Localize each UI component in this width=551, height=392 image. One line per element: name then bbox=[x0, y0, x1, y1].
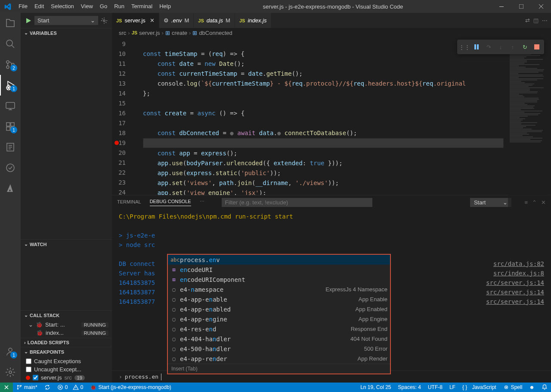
autocomplete-item[interactable]: ▢e4-404-handler404 Not Found bbox=[168, 334, 390, 344]
feedback-icon[interactable]: ☻ bbox=[526, 383, 538, 392]
autocomplete-item[interactable]: ▢e4-app-renderApp Render bbox=[168, 354, 390, 364]
menu-view[interactable]: View bbox=[77, 0, 96, 13]
tab-index-js[interactable]: JSindex.js bbox=[235, 13, 272, 28]
git-sync[interactable] bbox=[41, 383, 54, 392]
callstack-session[interactable]: ⌄🐞Start: ...RUNNING bbox=[21, 321, 112, 329]
pause-button[interactable] bbox=[471, 41, 482, 52]
remote-indicator[interactable] bbox=[0, 383, 13, 392]
activity-azure[interactable] bbox=[0, 178, 21, 199]
watch-header[interactable]: ⌄WATCH bbox=[21, 240, 112, 249]
menu-file[interactable]: File bbox=[15, 0, 31, 13]
restart-button[interactable]: ↻ bbox=[519, 41, 530, 52]
minimap[interactable] bbox=[508, 37, 551, 218]
more-icon[interactable]: ⋯ bbox=[542, 17, 548, 24]
menubar: File Edit Selection View Go Run Terminal… bbox=[15, 0, 174, 13]
symbol-icon: ⊞ bbox=[192, 30, 197, 36]
source-link[interactable]: src/server.js:14 bbox=[486, 287, 544, 297]
titlebar: File Edit Selection View Go Run Terminal… bbox=[0, 0, 551, 13]
drag-handle-icon[interactable]: ⋮⋮ bbox=[459, 41, 470, 52]
menu-go[interactable]: Go bbox=[96, 0, 111, 13]
step-out-button[interactable]: ↑ bbox=[507, 41, 518, 52]
autocomplete-item[interactable]: ⊞encodeURIComponent bbox=[168, 275, 390, 284]
code-editor[interactable]: 91011121314151617181920212223242526 cons… bbox=[112, 37, 551, 195]
maximize-button[interactable] bbox=[511, 0, 531, 13]
encoding[interactable]: UTF-8 bbox=[424, 383, 446, 392]
autocomplete-item[interactable]: ▢e4-app-enableApp Enable bbox=[168, 294, 390, 304]
problems[interactable]: 0 0 bbox=[54, 383, 87, 392]
source-link[interactable]: src/index.js:8 bbox=[493, 269, 544, 278]
app-logo bbox=[0, 3, 15, 10]
menu-edit[interactable]: Edit bbox=[31, 0, 47, 13]
activity-account[interactable]: 1 bbox=[0, 341, 21, 362]
activity-references[interactable] bbox=[0, 137, 21, 157]
stop-button[interactable] bbox=[531, 41, 542, 52]
breakpoints-header[interactable]: ⌄BREAKPOINTS bbox=[21, 347, 112, 356]
svg-rect-9 bbox=[11, 123, 14, 126]
source-link[interactable]: src/data.js:82 bbox=[493, 259, 544, 269]
loaded-scripts-header[interactable]: ›LOADED SCRIPTS bbox=[21, 338, 112, 347]
cursor-position[interactable]: Ln 19, Col 25 bbox=[357, 383, 394, 392]
activity-scm[interactable]: 2 bbox=[0, 54, 21, 75]
debug-filter-input[interactable] bbox=[222, 198, 372, 207]
panel-more-icon[interactable]: ⋯ bbox=[200, 199, 204, 206]
compare-icon[interactable]: ⇄ bbox=[525, 17, 530, 24]
autocomplete-item[interactable]: ▢e4-app-enabledApp Enabled bbox=[168, 304, 390, 314]
variables-header[interactable]: ⌄VARIABLES bbox=[21, 28, 112, 37]
callstack-header[interactable]: ⌄CALL STACK bbox=[21, 311, 112, 320]
activity-extensions[interactable]: 1 bbox=[0, 116, 21, 137]
bp-checkbox[interactable] bbox=[26, 367, 31, 372]
breakpoint-uncaught-exceptions[interactable]: Uncaught Except... bbox=[21, 365, 112, 373]
source-link[interactable]: src/server.js:14 bbox=[486, 297, 544, 306]
autocomplete-item[interactable]: ▢e4-namespaceExpressJs 4 Namespace bbox=[168, 284, 390, 294]
menu-run[interactable]: Run bbox=[111, 0, 128, 13]
git-branch[interactable]: main* bbox=[13, 383, 41, 392]
activity-debug[interactable]: 1 bbox=[0, 75, 21, 96]
tab-env[interactable]: ⚙.envM bbox=[159, 13, 194, 28]
svg-point-2 bbox=[6, 40, 12, 46]
js-icon: JS bbox=[116, 18, 122, 23]
activity-settings[interactable] bbox=[0, 362, 21, 383]
start-debug-button[interactable] bbox=[25, 17, 32, 24]
autocomplete-item[interactable]: abcprocess.env bbox=[168, 255, 390, 265]
tab-data-js[interactable]: JSdata.jsM bbox=[194, 13, 235, 28]
debug-session-select[interactable]: Start⌄ bbox=[470, 198, 511, 207]
split-icon[interactable]: ◫ bbox=[533, 17, 539, 24]
activity-remote[interactable] bbox=[0, 96, 21, 116]
indentation[interactable]: Spaces: 4 bbox=[395, 383, 424, 392]
menu-help[interactable]: Help bbox=[156, 0, 174, 13]
bp-checkbox[interactable] bbox=[33, 375, 38, 380]
bp-checkbox[interactable] bbox=[26, 358, 31, 364]
autocomplete-item[interactable]: ▢e4-500-handler500 Error bbox=[168, 344, 390, 354]
breadcrumbs[interactable]: src› JSserver.js› ⊞create› ⊞dbConnected bbox=[112, 28, 551, 37]
breakpoint-file[interactable]: server.jssrc19 bbox=[21, 373, 112, 382]
minimize-button[interactable] bbox=[492, 0, 511, 13]
activity-test[interactable] bbox=[0, 157, 21, 178]
notifications-icon[interactable] bbox=[538, 383, 551, 392]
language-mode[interactable]: { } JavaScript bbox=[459, 383, 500, 392]
autocomplete-item[interactable]: ▢e4-res-endResponse End bbox=[168, 324, 390, 334]
autocomplete-item[interactable]: ⊞encodeURI bbox=[168, 265, 390, 275]
debug-config-bar: Start⌄ bbox=[21, 13, 112, 28]
eol[interactable]: LF bbox=[446, 383, 459, 392]
line-gutter: 91011121314151617181920212223242526 bbox=[112, 37, 133, 195]
window-controls bbox=[492, 0, 551, 13]
menu-terminal[interactable]: Terminal bbox=[128, 0, 156, 13]
spell[interactable]: Spell bbox=[500, 383, 526, 392]
autocomplete-item[interactable]: ▢e4-app-engineApp Engine bbox=[168, 314, 390, 324]
step-into-button[interactable]: ↓ bbox=[495, 41, 506, 52]
panel-tab-terminal[interactable]: TERMINAL bbox=[117, 199, 141, 206]
menu-selection[interactable]: Selection bbox=[47, 0, 77, 13]
launch-config-select[interactable]: Start⌄ bbox=[34, 16, 98, 25]
source-link[interactable]: src/server.js:14 bbox=[486, 278, 544, 287]
activity-explorer[interactable] bbox=[0, 13, 21, 34]
tab-server-js[interactable]: JSserver.js✕ bbox=[112, 13, 159, 28]
debug-status[interactable]: 🐞Start (js-e2e-express-mongodb) bbox=[87, 383, 174, 392]
close-icon[interactable]: ✕ bbox=[150, 17, 155, 24]
panel-tab-debug-console[interactable]: DEBUG CONSOLE bbox=[150, 199, 191, 206]
step-over-button[interactable]: ↷ bbox=[483, 41, 494, 52]
breakpoint-caught-exceptions[interactable]: Caught Exceptions bbox=[21, 357, 112, 365]
callstack-session[interactable]: 🐞index...RUNNING bbox=[21, 329, 112, 337]
activity-search[interactable] bbox=[0, 34, 21, 54]
close-button[interactable] bbox=[531, 0, 551, 13]
config-gear-icon[interactable] bbox=[101, 17, 108, 24]
